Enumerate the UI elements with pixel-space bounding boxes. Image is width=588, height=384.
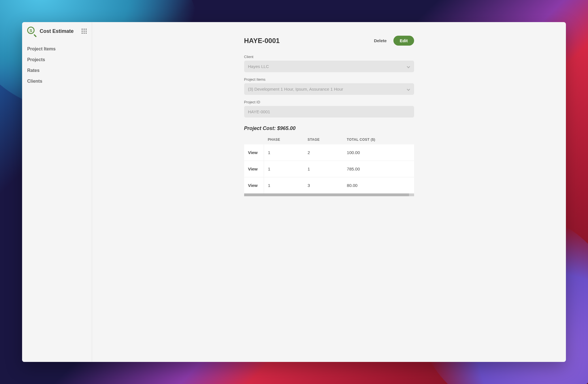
cell-phase: 1 — [264, 144, 304, 161]
cost-summary: Project Cost: $965.00 — [244, 125, 414, 131]
chevron-down-icon — [407, 65, 410, 68]
client-select[interactable]: Hayes LLC — [244, 61, 414, 72]
edit-button[interactable]: Edit — [393, 36, 414, 46]
project-items-label: Project Items — [244, 77, 414, 82]
table-horizontal-scrollbar[interactable] — [244, 193, 414, 196]
view-link[interactable]: View — [244, 161, 264, 177]
delete-button[interactable]: Delete — [374, 38, 387, 43]
page-header: HAYE-0001 Delete Edit — [244, 36, 414, 46]
header-actions: Delete Edit — [374, 36, 414, 46]
cell-total-cost: 100.00 — [343, 144, 414, 161]
scrollbar-thumb[interactable] — [244, 193, 409, 196]
form-group-project-items: Project Items (3) Development 1 Hour, Ip… — [244, 77, 414, 95]
content-wrapper: HAYE-0001 Delete Edit Client Hayes LLC P… — [244, 36, 414, 348]
table-header-stage: STAGE — [304, 135, 343, 144]
cell-stage: 2 — [304, 144, 343, 161]
cell-stage: 3 — [304, 177, 343, 194]
project-id-input[interactable]: HAYE-0001 — [244, 106, 414, 118]
view-link[interactable]: View — [244, 144, 264, 161]
app-window: S Cost Estimate Project Items Projects R… — [22, 22, 566, 362]
view-link[interactable]: View — [244, 177, 264, 194]
project-id-value: HAYE-0001 — [248, 109, 270, 114]
cell-stage: 1 — [304, 161, 343, 177]
sidebar-item-clients[interactable]: Clients — [22, 76, 92, 87]
cell-total-cost: 785.00 — [343, 161, 414, 177]
cell-total-cost: 80.00 — [343, 177, 414, 194]
sidebar-item-project-items[interactable]: Project Items — [22, 44, 92, 54]
cost-table-wrapper: PHASE STAGE TOTAL COST ($) View 1 2 100.… — [244, 135, 414, 196]
table-row: View 1 3 80.00 — [244, 177, 414, 194]
sidebar-item-projects[interactable]: Projects — [22, 54, 92, 65]
sidebar-item-rates[interactable]: Rates — [22, 65, 92, 76]
nav-list: Project Items Projects Rates Clients — [22, 40, 92, 90]
table-row: View 1 2 100.00 — [244, 144, 414, 161]
project-id-label: Project ID — [244, 100, 414, 104]
cost-table: PHASE STAGE TOTAL COST ($) View 1 2 100.… — [244, 135, 414, 193]
table-header-total-cost: TOTAL COST ($) — [343, 135, 414, 144]
app-logo-icon: S — [27, 27, 36, 36]
table-header-phase: PHASE — [264, 135, 304, 144]
client-label: Client — [244, 55, 414, 59]
page-title: HAYE-0001 — [244, 37, 280, 45]
chevron-down-icon — [407, 88, 410, 91]
cell-phase: 1 — [264, 161, 304, 177]
sidebar: S Cost Estimate Project Items Projects R… — [22, 22, 92, 362]
client-select-value: Hayes LLC — [248, 64, 269, 69]
sidebar-header: S Cost Estimate — [22, 22, 92, 40]
table-header-empty — [244, 135, 264, 144]
table-row: View 1 1 785.00 — [244, 161, 414, 177]
project-items-select-value: (3) Development 1 Hour, Ipsum, Assurance… — [248, 87, 343, 91]
form-group-client: Client Hayes LLC — [244, 55, 414, 72]
apps-grid-icon[interactable] — [82, 29, 87, 34]
form-group-project-id: Project ID HAYE-0001 — [244, 100, 414, 118]
project-items-select[interactable]: (3) Development 1 Hour, Ipsum, Assurance… — [244, 83, 414, 95]
app-title: Cost Estimate — [40, 28, 78, 34]
main-content: HAYE-0001 Delete Edit Client Hayes LLC P… — [92, 22, 566, 362]
cell-phase: 1 — [264, 177, 304, 194]
